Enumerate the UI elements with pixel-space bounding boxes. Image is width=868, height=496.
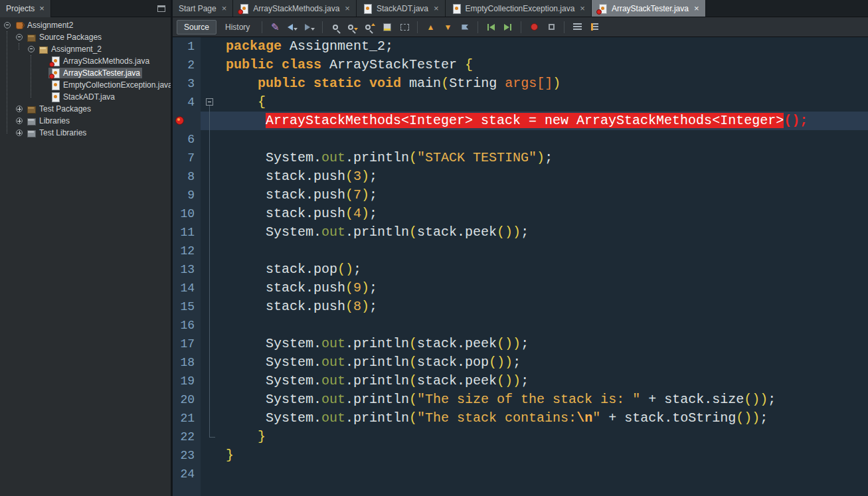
shift-line-left-button[interactable] bbox=[483, 19, 499, 35]
error-badge-icon[interactable] bbox=[175, 116, 184, 125]
projects-tab[interactable]: Projects × bbox=[0, 0, 51, 17]
code-line-11[interactable]: 11 System.out.println(stack.peek()); bbox=[173, 223, 868, 242]
find-previous-button[interactable] bbox=[362, 19, 378, 35]
tab-close-icon[interactable]: × bbox=[694, 3, 699, 13]
code-line-10[interactable]: 10 stack.push(4); bbox=[173, 205, 868, 223]
history-view-button[interactable]: History bbox=[218, 20, 257, 35]
line-number[interactable]: 23 bbox=[173, 446, 201, 465]
line-number[interactable]: 9 bbox=[173, 186, 201, 205]
code-text[interactable]: public static void main(String args[]) bbox=[226, 74, 868, 93]
toggle-highlight-button[interactable] bbox=[379, 19, 395, 35]
code-line-1[interactable]: 1package Assignment_2; bbox=[173, 37, 868, 56]
line-number[interactable]: 21 bbox=[173, 409, 201, 428]
expand-handle-icon[interactable] bbox=[15, 128, 24, 137]
code-line-3[interactable]: 3 public static void main(String args[]) bbox=[173, 74, 868, 93]
code-text[interactable]: stack.push(4); bbox=[226, 205, 868, 223]
line-number[interactable]: 19 bbox=[173, 372, 201, 390]
back-button[interactable] bbox=[284, 19, 300, 35]
last-edit-button[interactable]: ✎ bbox=[267, 19, 283, 35]
forward-button[interactable] bbox=[302, 19, 317, 35]
expand-handle-icon[interactable] bbox=[15, 116, 24, 125]
line-number[interactable]: 22 bbox=[173, 428, 201, 446]
line-number[interactable]: 20 bbox=[173, 390, 201, 409]
code-line-12[interactable]: 12 bbox=[173, 242, 868, 260]
code-text[interactable]: stack.push(7); bbox=[226, 186, 868, 205]
code-text[interactable]: public class ArrayStackTester { bbox=[226, 56, 868, 74]
tab-close-icon[interactable]: × bbox=[434, 3, 439, 13]
tree-item-test-packages[interactable]: Test Packages bbox=[0, 103, 171, 115]
code-text[interactable]: stack.push(9); bbox=[226, 279, 868, 297]
code-text[interactable]: System.out.println("The size of the stac… bbox=[226, 390, 868, 409]
record-macro-button[interactable] bbox=[526, 19, 542, 35]
tree-item-emptycollectionexception-java[interactable]: EmptyCollectionException.java bbox=[0, 79, 171, 91]
code-line-22[interactable]: 22 } bbox=[173, 428, 868, 446]
previous-occurrence-button[interactable]: ▲ bbox=[422, 19, 438, 35]
code-text[interactable]: stack.push(8); bbox=[226, 297, 868, 316]
code-line-6[interactable]: 6 bbox=[173, 130, 868, 149]
code-text[interactable]: ArrayStackMethods<Integer> stack = new A… bbox=[226, 112, 868, 130]
code-text[interactable]: System.out.println(stack.peek()); bbox=[226, 372, 868, 390]
tab-arraystacktester-java[interactable]: ArrayStackTester.java× bbox=[592, 0, 706, 17]
code-text[interactable]: System.out.println(stack.pop()); bbox=[226, 353, 868, 372]
code-line-5[interactable]: ArrayStackMethods<Integer> stack = new A… bbox=[173, 112, 868, 130]
line-number[interactable]: 18 bbox=[173, 353, 201, 372]
line-number[interactable]: 14 bbox=[173, 279, 201, 297]
line-number[interactable]: 1 bbox=[173, 37, 201, 56]
line-number[interactable]: 8 bbox=[173, 167, 201, 186]
expand-handle-icon[interactable] bbox=[15, 104, 24, 114]
tab-close-icon[interactable]: × bbox=[345, 3, 350, 13]
code-line-24[interactable]: 24 bbox=[173, 465, 868, 483]
line-number[interactable]: 13 bbox=[173, 260, 201, 279]
tree-item-assignment-2[interactable]: Assignment_2 bbox=[0, 43, 171, 55]
line-number[interactable]: 16 bbox=[173, 316, 201, 335]
collapse-handle-icon[interactable] bbox=[27, 44, 36, 54]
toggle-bookmark-button[interactable] bbox=[457, 19, 473, 35]
code-line-13[interactable]: 13 stack.pop(); bbox=[173, 260, 868, 279]
code-text[interactable]: stack.push(3); bbox=[226, 167, 868, 186]
shift-line-right-button[interactable] bbox=[500, 19, 516, 35]
collapse-handle-icon[interactable] bbox=[15, 33, 24, 42]
collapse-handle-icon[interactable] bbox=[3, 21, 12, 30]
code-line-2[interactable]: 2public class ArrayStackTester { bbox=[173, 56, 868, 74]
tab-emptycollectionexception-java[interactable]: EmptyCollectionException.java× bbox=[446, 0, 592, 17]
tree-item-arraystackmethods-java[interactable]: ArrayStackMethods.java bbox=[0, 55, 171, 67]
line-number[interactable]: 4 bbox=[173, 93, 201, 112]
code-line-15[interactable]: 15 stack.push(8); bbox=[173, 297, 868, 316]
line-number[interactable]: 2 bbox=[173, 56, 201, 74]
code-line-20[interactable]: 20 System.out.println("The size of the s… bbox=[173, 390, 868, 409]
tree-item-source-packages[interactable]: Source Packages bbox=[0, 31, 171, 43]
tab-start-page[interactable]: Start Page× bbox=[173, 0, 233, 17]
line-number[interactable]: 12 bbox=[173, 242, 201, 260]
code-line-21[interactable]: 21 System.out.println("The stack contain… bbox=[173, 409, 868, 428]
code-line-23[interactable]: 23} bbox=[173, 446, 868, 465]
code-text[interactable]: System.out.println("The stack contains:\… bbox=[226, 409, 868, 428]
tab-close-icon[interactable]: × bbox=[580, 3, 585, 13]
tree-item-assignment2[interactable]: Assignment2 bbox=[0, 19, 171, 31]
tab-arraystackmethods-java[interactable]: ArrayStackMethods.java× bbox=[233, 0, 357, 17]
source-view-button[interactable]: Source bbox=[177, 20, 217, 35]
code-line-9[interactable]: 9 stack.push(7); bbox=[173, 186, 868, 205]
code-text[interactable] bbox=[226, 465, 868, 483]
find-next-button[interactable] bbox=[345, 19, 361, 35]
uncomment-button[interactable] bbox=[586, 19, 602, 35]
line-number[interactable] bbox=[173, 112, 201, 130]
code-line-18[interactable]: 18 System.out.println(stack.pop()); bbox=[173, 353, 868, 372]
tree-item-libraries[interactable]: Libraries bbox=[0, 115, 171, 127]
line-number[interactable]: 7 bbox=[173, 149, 201, 167]
code-text[interactable]: System.out.println(stack.peek()); bbox=[226, 335, 868, 353]
code-line-17[interactable]: 17 System.out.println(stack.peek()); bbox=[173, 335, 868, 353]
find-selection-button[interactable] bbox=[327, 19, 343, 35]
code-line-19[interactable]: 19 System.out.println(stack.peek()); bbox=[173, 372, 868, 390]
code-text[interactable] bbox=[226, 242, 868, 260]
code-text[interactable]: System.out.println("STACK TESTING"); bbox=[226, 149, 868, 167]
tab-close-icon[interactable]: × bbox=[222, 3, 227, 13]
stop-macro-button[interactable] bbox=[543, 19, 559, 35]
code-text[interactable]: System.out.println(stack.peek()); bbox=[226, 223, 868, 242]
tree-item-stackadt-java[interactable]: StackADT.java bbox=[0, 91, 171, 103]
minimize-panel-icon[interactable] bbox=[157, 5, 165, 12]
code-text[interactable]: } bbox=[226, 446, 868, 465]
code-line-14[interactable]: 14 stack.push(9); bbox=[173, 279, 868, 297]
line-number[interactable]: 10 bbox=[173, 205, 201, 223]
code-text[interactable]: package Assignment_2; bbox=[226, 37, 868, 56]
line-number[interactable]: 24 bbox=[173, 465, 201, 483]
